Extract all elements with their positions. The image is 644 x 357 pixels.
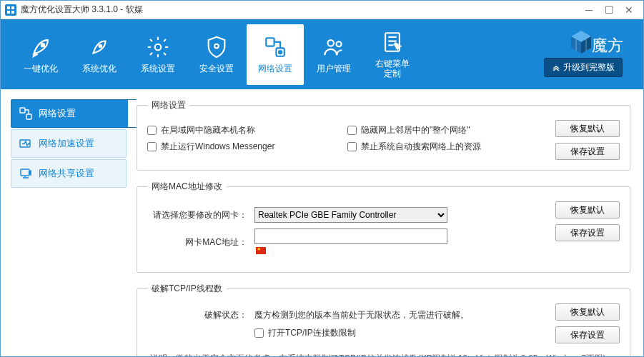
svg-rect-17	[20, 108, 25, 113]
ribbon-label: 一键优化	[24, 64, 58, 74]
network-icon	[263, 35, 287, 59]
sidebar: 网络设置 网络加速设置 网络共享设置	[1, 89, 137, 357]
ribbon-item-security[interactable]: 安全设置	[188, 24, 245, 85]
ribbon-label: 网络设置	[258, 64, 292, 74]
svg-rect-1	[7, 6, 10, 9]
svg-rect-4	[11, 11, 14, 14]
menu-icon	[380, 30, 405, 54]
chk-disable-messenger[interactable]: 禁止运行Windows Messenger	[147, 141, 347, 153]
mac-input-label: 网卡MAC地址：	[147, 236, 254, 248]
chk-disable-autosearch[interactable]: 禁止系统自动搜索网络上的资源	[347, 141, 547, 153]
crack-status-label: 破解状态：	[147, 309, 254, 321]
ribbon-item-users[interactable]: 用户管理	[305, 24, 362, 85]
ribbon-label: 右键菜单 定制	[375, 59, 410, 79]
section-legend: 破解TCP/IP线程数	[147, 283, 227, 295]
minimize-button[interactable]: ─	[579, 3, 599, 17]
restore-button[interactable]: 恢复默认	[555, 201, 620, 218]
ribbon-item-contextmenu[interactable]: 右键菜单 定制	[364, 24, 421, 85]
main: 网络设置 网络加速设置 网络共享设置 网络设置 在局域网中隐藏本机名称 隐藏网上…	[1, 89, 643, 357]
upgrade-label: 升级到完整版	[563, 61, 615, 74]
svg-rect-3	[7, 11, 10, 14]
svg-rect-9	[266, 38, 274, 46]
flag-icon	[256, 247, 266, 254]
chevron-up-icon	[552, 64, 560, 72]
sidebar-item-network-share[interactable]: 网络共享设置	[11, 159, 127, 188]
mac-input[interactable]	[254, 228, 447, 244]
brand-text: 魔方	[592, 35, 623, 56]
window-title: 魔方优化设置大师 3.3.1.0 - 软媒	[21, 4, 143, 16]
section-legend: 网络设置	[147, 99, 190, 111]
chk-tcpip-limit[interactable]: 打开TCP/IP连接数限制	[254, 327, 356, 339]
save-button[interactable]: 保存设置	[555, 326, 620, 343]
svg-point-5	[41, 44, 44, 46]
restore-button[interactable]: 恢复默认	[555, 120, 620, 137]
upgrade-button[interactable]: 升级到完整版	[544, 58, 623, 77]
app-icon	[5, 4, 16, 16]
logo-box: 魔方 升级到完整版	[533, 25, 633, 77]
ribbon-item-onekey[interactable]: 一键优化	[12, 24, 69, 85]
content: 网络设置 在局域网中隐藏本机名称 隐藏网上邻居中的"整个网络" 禁止运行Wind…	[137, 89, 643, 357]
section-mac: 网络MAC地址修改 请选择您要修改的网卡： Realtek PCIe GBE F…	[137, 181, 630, 273]
users-icon	[322, 35, 346, 59]
svg-point-12	[328, 40, 335, 46]
svg-rect-2	[11, 6, 14, 9]
section-network-settings: 网络设置 在局域网中隐藏本机名称 隐藏网上邻居中的"整个网络" 禁止运行Wind…	[137, 99, 630, 171]
nic-select-label: 请选择您要修改的网卡：	[147, 209, 254, 221]
svg-rect-18	[26, 114, 31, 119]
ribbon-item-network[interactable]: 网络设置	[247, 24, 304, 85]
chk-hide-entire-network[interactable]: 隐藏网上邻居中的"整个网络"	[347, 124, 547, 136]
ribbon-label: 系统设置	[141, 64, 175, 74]
sidebar-item-network-accel[interactable]: 网络加速设置	[11, 129, 127, 158]
sidebar-label: 网络设置	[39, 107, 76, 120]
ribbon-label: 系统优化	[82, 64, 117, 74]
section-tcpip: 破解TCP/IP线程数 破解状态： 魔方检测到您的版本当前处于无限状态，无需进行…	[137, 283, 630, 357]
restore-button[interactable]: 恢复默认	[555, 303, 620, 321]
ribbon-item-sysset[interactable]: 系统设置	[129, 24, 187, 85]
ribbon-label: 用户管理	[317, 64, 351, 74]
sidebar-item-network-settings[interactable]: 网络设置	[11, 99, 137, 128]
maximize-button[interactable]: ☐	[599, 3, 619, 17]
svg-point-6	[99, 45, 101, 47]
svg-point-8	[214, 44, 219, 49]
share-icon	[19, 166, 33, 181]
crack-status-text: 魔方检测到您的版本当前处于无限状态，无需进行破解。	[254, 309, 469, 321]
save-button[interactable]: 保存设置	[555, 224, 620, 241]
chk-hide-localname[interactable]: 在局域网中隐藏本机名称	[147, 124, 347, 136]
svg-rect-0	[5, 4, 16, 16]
section-legend: 网络MAC地址修改	[147, 181, 227, 193]
gear-icon	[146, 35, 170, 59]
ribbon-label: 安全设置	[199, 64, 234, 74]
network-icon	[19, 106, 33, 121]
close-button[interactable]: ✕	[619, 3, 639, 17]
ribbon: 一键优化 系统优化 系统设置 安全设置 网络设置 用户管理 右键菜单 定制 魔方…	[1, 19, 643, 89]
save-button[interactable]: 保存设置	[555, 143, 620, 160]
nic-select[interactable]: Realtek PCIe GBE Family Controller	[254, 207, 447, 223]
svg-point-7	[155, 44, 162, 51]
svg-point-13	[337, 41, 342, 46]
rocket-icon	[29, 35, 53, 59]
ribbon-item-sysopt[interactable]: 系统优化	[71, 24, 128, 85]
svg-rect-20	[21, 169, 29, 176]
sidebar-label: 网络加速设置	[39, 137, 94, 150]
rocket-small-icon	[87, 35, 112, 59]
sidebar-label: 网络共享设置	[39, 167, 94, 180]
shield-icon	[204, 35, 229, 59]
speed-icon	[19, 136, 33, 151]
tcpip-note: 说明：微软出于安全方面的考虑，在系统中限制了TCP/IP的并发连接数(XP限制为…	[147, 352, 620, 357]
titlebar: 魔方优化设置大师 3.3.1.0 - 软媒 ─ ☐ ✕	[1, 1, 643, 19]
svg-point-11	[279, 51, 282, 54]
